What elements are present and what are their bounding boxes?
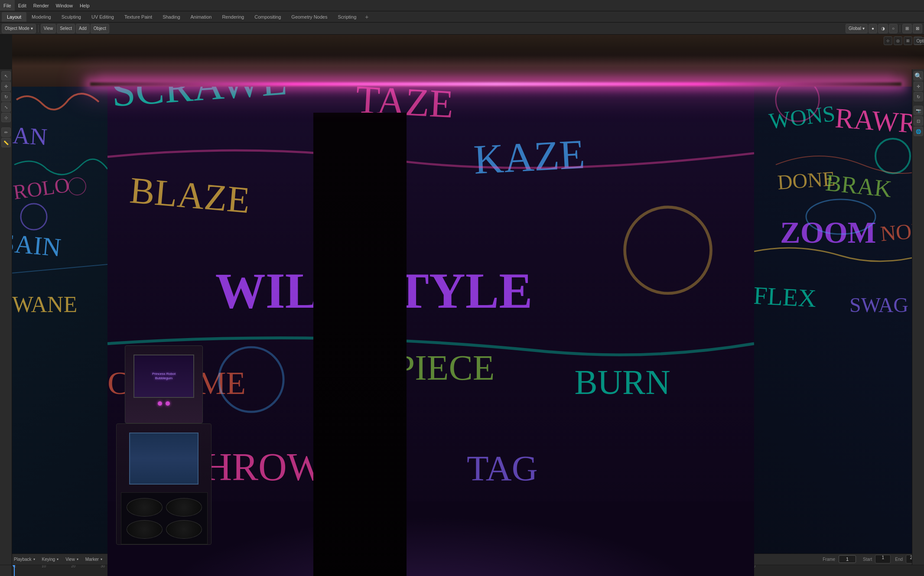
xray-toggle[interactable]: ⊠ [913, 24, 922, 33]
viewport-shading-rendered[interactable]: ○ [889, 24, 898, 33]
svg-text:SAIN: SAIN [12, 228, 62, 262]
select-menu[interactable]: Select [57, 24, 75, 33]
global-label: Global [849, 26, 861, 31]
menu-edit[interactable]: Edit [15, 0, 30, 11]
speaker-2 [166, 498, 202, 517]
object-mode-label: Object Mode [5, 26, 29, 31]
arcade-machine-bottom [116, 423, 211, 545]
tool-scale[interactable]: ⤡ [1, 102, 11, 112]
options-button[interactable]: Options [914, 37, 924, 45]
arcade-area: Princess RobotBubblegum [116, 345, 233, 553]
svg-text:PIECE: PIECE [395, 348, 495, 387]
tab-rendering[interactable]: Rendering [217, 12, 249, 22]
viewport-display-btn[interactable]: ⊹ [884, 36, 892, 45]
svg-point-19 [806, 199, 875, 234]
viewport-shading-solid[interactable]: ● [869, 24, 877, 33]
marker-dropdown[interactable]: Marker [83, 555, 105, 563]
svg-text:BURN: BURN [575, 363, 670, 401]
menu-window[interactable]: Window [52, 0, 76, 11]
wall-left: ZAIN ZAN ROLO SAIN WANE [12, 35, 107, 576]
playback-dropdown[interactable]: Playback [11, 555, 38, 563]
svg-text:WONS: WONS [768, 101, 836, 133]
arcade-button-2 [166, 401, 170, 406]
tool-select[interactable]: ↖ [1, 71, 11, 81]
viewport-gizmo-btn[interactable]: ◎ [894, 36, 902, 45]
tab-uv-editing[interactable]: UV Editing [86, 12, 119, 22]
svg-text:TAG: TAG [467, 448, 538, 488]
3d-viewport[interactable]: ZAIN ZAN ROLO SAIN WANE SANE ZAIN WONS R… [12, 35, 924, 576]
ruler-mark-30: 30 [101, 565, 105, 568]
global-dropdown[interactable]: Global ▾ [846, 24, 868, 33]
top-menu-bar: File Edit Render Window Help [0, 0, 924, 11]
svg-text:ROLO: ROLO [12, 173, 71, 204]
menu-help[interactable]: Help [76, 0, 93, 11]
svg-text:SWAG: SWAG [849, 293, 908, 316]
keying-dropdown[interactable]: Keying [39, 555, 62, 563]
tab-texture-paint[interactable]: Texture Paint [119, 12, 157, 22]
left-toolbar: ↖ ✛ ↻ ⤡ ⊹ ✏ 📏 [0, 69, 12, 565]
start-label: Start [863, 557, 872, 562]
workspace-tabs: Layout Modeling Sculpting UV Editing Tex… [0, 11, 924, 23]
toolbar-sep-2 [900, 25, 900, 33]
frame-all-btn[interactable]: ⊡ [914, 116, 923, 126]
menu-render[interactable]: Render [30, 0, 52, 11]
ruler-mark-20: 20 [71, 565, 75, 568]
current-frame-display[interactable]: 1 [839, 555, 856, 563]
toolbar-sep-1 [38, 25, 39, 33]
view-dropdown[interactable]: View [63, 555, 81, 563]
navigation-btn-rotate[interactable]: ↻ [914, 92, 923, 101]
main-toolbar: Object Mode ▾ View Select Add Object Glo… [0, 23, 924, 35]
tab-modeling[interactable]: Modeling [26, 12, 56, 22]
add-workspace-button[interactable]: + [361, 12, 372, 22]
arcade-screen-text: Princess RobotBubblegum [152, 372, 176, 381]
view-menu[interactable]: View [41, 24, 56, 33]
svg-text:BLAZE: BLAZE [128, 169, 252, 221]
right-toolbar: 🔍 ✛ ↻ 📷 ⊡ 🌐 [912, 69, 924, 565]
dropdown-arrow-icon: ▾ [31, 26, 33, 31]
svg-text:DONE: DONE [777, 167, 836, 194]
menu-file[interactable]: File [0, 0, 15, 11]
svg-text:BRAK: BRAK [824, 169, 893, 202]
playhead-diamond [12, 565, 16, 567]
tab-sculpting[interactable]: Sculpting [56, 12, 86, 22]
object-menu[interactable]: Object [91, 24, 109, 33]
svg-point-31 [625, 207, 711, 293]
arcade-button-1 [158, 401, 162, 406]
tab-layout[interactable]: Layout [2, 12, 26, 22]
end-label: End [895, 557, 903, 562]
start-frame-input[interactable]: 1 [875, 555, 891, 563]
tool-rotate[interactable]: ↻ [1, 92, 11, 101]
viewport-shading-material[interactable]: ◑ [878, 24, 888, 33]
door-opening [313, 113, 407, 576]
ruler-left-spacer [0, 565, 12, 576]
speaker-4 [166, 520, 202, 539]
viewport-overlay-btn[interactable]: ⊞ [904, 36, 912, 45]
svg-point-5 [21, 204, 47, 230]
tool-move[interactable]: ✛ [1, 81, 11, 91]
world-btn[interactable]: 🌐 [914, 127, 923, 136]
arcade-machine-top: Princess RobotBubblegum [125, 345, 203, 423]
tab-shading[interactable]: Shading [157, 12, 185, 22]
tab-compositing[interactable]: Compositing [249, 12, 286, 22]
viewport-overlays[interactable]: ⊞ [902, 24, 912, 33]
viewport-container: ↖ ✛ ↻ ⤡ ⊹ ✏ 📏 ZAIN ZAN ROLO SAIN WANE [0, 35, 924, 576]
camera-btn[interactable]: 📷 [914, 106, 923, 115]
svg-point-6 [68, 178, 86, 195]
dropdown-arrow-icon2: ▾ [862, 26, 865, 31]
speaker-3 [127, 520, 163, 539]
svg-text:FLEX: FLEX [754, 281, 817, 312]
neon-light-bar [90, 82, 901, 86]
tool-transform[interactable]: ⊹ [1, 113, 11, 122]
object-mode-dropdown[interactable]: Object Mode ▾ [2, 24, 36, 33]
navigation-btn-zoom[interactable]: 🔍 [914, 71, 923, 81]
tool-measure[interactable]: 📏 [1, 138, 11, 147]
add-menu[interactable]: Add [76, 24, 90, 33]
svg-text:ZOOM: ZOOM [780, 216, 876, 249]
tool-annotate[interactable]: ✏ [1, 127, 11, 137]
tab-scripting[interactable]: Scripting [332, 12, 361, 22]
navigation-btn-move[interactable]: ✛ [914, 81, 923, 91]
tab-geometry-nodes[interactable]: Geometry Nodes [286, 12, 332, 22]
playhead[interactable] [14, 565, 15, 576]
tab-animation[interactable]: Animation [185, 12, 217, 22]
speaker-panel [121, 492, 208, 544]
